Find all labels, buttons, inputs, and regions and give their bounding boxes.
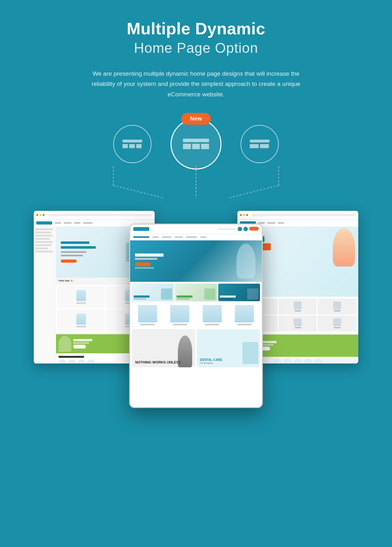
page-title-bold: Multiple Dynamic [127,19,265,38]
page-description: We are presenting multiple dynamic home … [88,69,304,100]
ct-promo-row [130,282,262,303]
homepage-option-left[interactable] [113,125,151,163]
svg-line-1 [113,185,164,198]
homepage-options-row: New [113,119,279,170]
ct-banners: NOTHING WORKS UNLESS DENTAL CARE For Eve… [130,327,262,369]
ss-right-header [237,211,358,220]
ct-header [130,225,262,234]
option-left-icon [113,125,151,163]
homepage-option-right[interactable] [241,125,279,163]
ss-left-header [34,211,155,220]
ct-nav [130,234,262,240]
page-title-light: Home Page Option [134,40,258,56]
option-center-icon [171,119,221,170]
option-right-icon [241,125,279,163]
connector-lines [53,166,339,204]
homepage-option-center[interactable]: New [171,119,221,170]
ct-product-row [130,303,262,327]
svg-line-4 [228,185,279,198]
screenshot-center[interactable]: NOTHING WORKS UNLESS DENTAL CARE For Eve… [129,224,263,408]
ct-hero [130,240,262,282]
screenshots-area: Flash Sale 🔥 [43,198,349,414]
ss-left-sidebar [34,227,56,364]
ct-logo [133,227,149,231]
new-badge: New [181,113,211,125]
